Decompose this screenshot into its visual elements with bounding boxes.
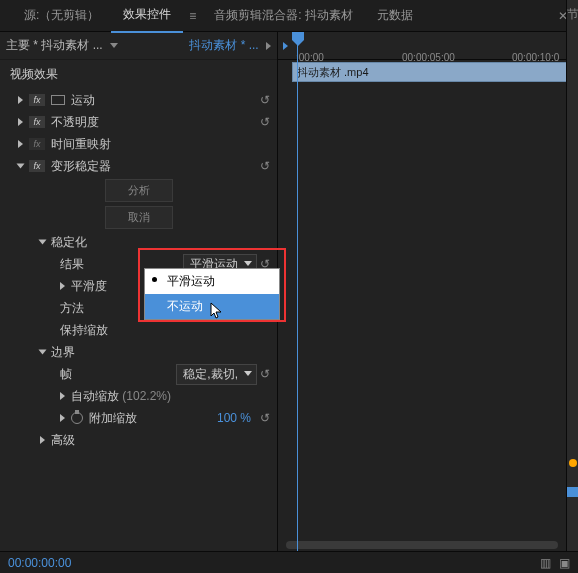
section-video-effects: 视频效果 bbox=[0, 60, 277, 89]
timeline-scrollbar[interactable] bbox=[286, 541, 558, 549]
effect-opacity[interactable]: fx 不透明度 ↺ bbox=[0, 111, 277, 133]
reset-icon[interactable]: ↺ bbox=[257, 367, 273, 381]
right-dock-strip: 节 bbox=[566, 0, 578, 551]
mini-timeline: :00:00 00:00:05:00 00:00:10:0 抖动素材 .mp4 bbox=[278, 32, 578, 551]
reset-icon[interactable]: ↺ bbox=[257, 115, 273, 129]
prop-auto-scale[interactable]: 自动缩放 (102.2%) bbox=[0, 385, 277, 407]
tab-source[interactable]: 源:（无剪辑） bbox=[12, 0, 111, 32]
master-clip-label: 主要 * 抖动素材 ... bbox=[6, 37, 181, 54]
dropdown-option-smooth[interactable]: 平滑运动 bbox=[145, 269, 279, 294]
playhead-line bbox=[297, 32, 298, 551]
extra-scale-value[interactable]: 100 % bbox=[217, 411, 257, 425]
ruler-tick: 00:00:10:0 bbox=[512, 52, 559, 63]
stabilizer-buttons: 分析 bbox=[0, 177, 277, 204]
group-advanced[interactable]: 高级 bbox=[0, 429, 277, 451]
timeline-ruler[interactable]: :00:00 00:00:05:00 00:00:10:0 bbox=[278, 32, 578, 60]
stopwatch-icon[interactable] bbox=[71, 412, 83, 424]
playhead-toggle[interactable] bbox=[278, 32, 292, 60]
prop-extra-scale: 附加缩放 100 % ↺ bbox=[0, 407, 277, 429]
disclosure-icon[interactable] bbox=[60, 414, 65, 422]
disclosure-icon[interactable] bbox=[39, 350, 47, 355]
clip-header: 主要 * 抖动素材 ... 抖动素材 * ... bbox=[0, 32, 277, 60]
fx-badge[interactable]: fx bbox=[29, 160, 45, 172]
disclosure-icon[interactable] bbox=[40, 436, 45, 444]
clip-bar[interactable]: 抖动素材 .mp4 bbox=[292, 62, 578, 82]
fx-badge[interactable]: fx bbox=[29, 138, 45, 150]
panel-tabs: 源:（无剪辑） 效果控件 ≡ 音频剪辑混合器: 抖动素材 元数据 ✕ bbox=[0, 0, 578, 32]
sequence-clip-link[interactable]: 抖动素材 * ... bbox=[181, 37, 271, 54]
ruler-tick: 00:00:05:00 bbox=[402, 52, 455, 63]
group-stabilization[interactable]: 稳定化 bbox=[0, 231, 277, 253]
reset-icon[interactable]: ↺ bbox=[257, 93, 273, 107]
frame-dropdown[interactable]: 稳定,裁切, bbox=[176, 364, 257, 385]
ruler-tick: :00:00 bbox=[296, 52, 324, 63]
dock-label: 节 bbox=[567, 0, 578, 23]
effect-warp-stabilizer[interactable]: fx 变形稳定器 ↺ bbox=[0, 155, 277, 177]
disclosure-icon[interactable] bbox=[17, 164, 25, 169]
disclosure-icon[interactable] bbox=[60, 282, 65, 290]
effect-motion[interactable]: fx 运动 ↺ bbox=[0, 89, 277, 111]
disclosure-icon[interactable] bbox=[18, 96, 23, 104]
fx-badge[interactable]: fx bbox=[29, 116, 45, 128]
tab-effect-controls[interactable]: 效果控件 bbox=[111, 0, 183, 33]
warning-dot-icon bbox=[569, 459, 577, 467]
disclosure-icon[interactable] bbox=[18, 118, 23, 126]
effect-time-remap[interactable]: fx 时间重映射 bbox=[0, 133, 277, 155]
dropdown-option-no-motion[interactable]: 不运动 bbox=[145, 294, 279, 319]
footer-icon[interactable]: ▥ bbox=[540, 556, 551, 570]
fx-badge[interactable]: fx bbox=[29, 94, 45, 106]
footer-bar: 00:00:00:00 ▥ ▣ bbox=[0, 551, 578, 573]
result-dropdown-menu[interactable]: 平滑运动 不运动 bbox=[144, 268, 280, 320]
reset-icon[interactable]: ↺ bbox=[257, 411, 273, 425]
prop-preserve-scale: 保持缩放 bbox=[0, 319, 277, 341]
disclosure-icon[interactable] bbox=[39, 240, 47, 245]
prop-frame: 帧 稳定,裁切, ↺ bbox=[0, 363, 277, 385]
tab-audio-mixer[interactable]: 音频剪辑混合器: 抖动素材 bbox=[202, 0, 365, 32]
disclosure-icon[interactable] bbox=[18, 140, 23, 148]
tab-metadata[interactable]: 元数据 bbox=[365, 0, 425, 32]
tab-menu-icon[interactable]: ≡ bbox=[183, 9, 202, 23]
group-border[interactable]: 边界 bbox=[0, 341, 277, 363]
mask-icon[interactable] bbox=[51, 95, 65, 105]
cancel-button[interactable]: 取消 bbox=[105, 206, 173, 229]
playhead-marker[interactable] bbox=[292, 32, 304, 46]
disclosure-icon[interactable] bbox=[60, 392, 65, 400]
footer-icon[interactable]: ▣ bbox=[559, 556, 570, 570]
analyze-button[interactable]: 分析 bbox=[105, 179, 173, 202]
reset-icon[interactable]: ↺ bbox=[257, 159, 273, 173]
current-time[interactable]: 00:00:00:00 bbox=[8, 556, 71, 570]
dock-indicator bbox=[567, 487, 578, 497]
